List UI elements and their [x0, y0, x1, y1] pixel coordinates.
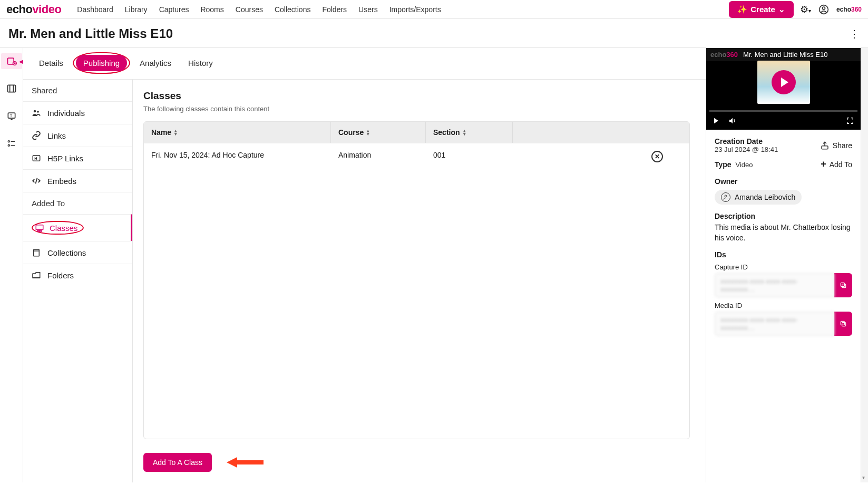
- main-column: Details Publishing Analytics History Sha…: [23, 48, 706, 482]
- svg-point-15: [37, 111, 39, 113]
- chevron-down-icon: ⌄: [778, 5, 785, 14]
- video-logo-360: 360: [726, 51, 738, 59]
- svg-point-20: [37, 230, 38, 231]
- annotation-ellipse-classes: Classes: [32, 221, 84, 235]
- top-nav: Dashboard Library Captures Rooms Courses…: [77, 5, 729, 14]
- table-row: Fri. Nov 15, 2024: Ad Hoc Capture Animat…: [144, 143, 689, 170]
- video-player[interactable]: echo360 Mr. Men and Little Miss E10: [706, 48, 861, 130]
- owner-chip[interactable]: Amanda Leibovich: [715, 190, 802, 205]
- svg-point-22: [41, 230, 42, 231]
- svg-text:T: T: [9, 113, 12, 118]
- owner-name: Amanda Leibovich: [735, 193, 795, 201]
- tabs: Details Publishing Analytics History: [23, 48, 706, 80]
- sort-icon: ▴▾: [367, 129, 369, 135]
- copy-capture-id-button[interactable]: [834, 273, 852, 297]
- nav-rooms[interactable]: Rooms: [200, 5, 223, 14]
- nav-collections[interactable]: Collections: [275, 5, 310, 14]
- gear-icon[interactable]: ⚙▾: [800, 4, 811, 15]
- sidemenu-folders[interactable]: Folders: [23, 264, 132, 286]
- sidemenu-h5p[interactable]: H H5P Links: [23, 147, 132, 169]
- svg-point-10: [8, 141, 9, 142]
- sidemenu-collections[interactable]: Collections: [23, 241, 132, 264]
- tab-details[interactable]: Details: [32, 55, 71, 71]
- col-label: Course: [338, 128, 364, 137]
- nav-folders[interactable]: Folders: [322, 5, 347, 14]
- rail-film-icon[interactable]: [1, 81, 22, 96]
- creation-date-label: Creation Date: [715, 137, 778, 146]
- h5p-icon: H: [32, 153, 41, 163]
- right-panel: echo360 Mr. Men and Little Miss E10 Crea…: [706, 48, 861, 482]
- col-name[interactable]: Name▴▾: [144, 122, 331, 143]
- media-id-label: Media ID: [715, 302, 852, 309]
- video-header: echo360 Mr. Men and Little Miss E10: [706, 48, 861, 61]
- sidemenu-label: Classes: [50, 224, 77, 233]
- media-id-field: xxxxxxxx-xxxx-xxxx-xxxx-xxxxxxxx…: [715, 312, 852, 336]
- add-to-class-button[interactable]: Add To A Class: [143, 453, 212, 472]
- nav-courses[interactable]: Courses: [236, 5, 263, 14]
- svg-point-12: [8, 144, 9, 146]
- svg-marker-26: [227, 457, 237, 468]
- video-logo: echo360: [710, 51, 738, 59]
- rail-transcript-icon[interactable]: T: [1, 108, 22, 124]
- topbar: echovideo Dashboard Library Captures Roo…: [0, 0, 868, 19]
- sidemenu-classes[interactable]: Classes: [23, 214, 132, 241]
- logo[interactable]: echovideo: [6, 3, 61, 16]
- nav-users[interactable]: Users: [358, 5, 378, 14]
- col-section[interactable]: Section▴▾: [426, 122, 513, 143]
- volume-icon[interactable]: [728, 117, 737, 125]
- rail-details-icon[interactable]: [1, 135, 22, 151]
- nav-dashboard[interactable]: Dashboard: [77, 5, 113, 14]
- content-row: ◀ T Details Publishing Analytics History…: [0, 48, 868, 482]
- video-title: Mr. Men and Little Miss E10: [743, 51, 827, 59]
- capture-id-value[interactable]: xxxxxxxx-xxxx-xxxx-xxxx-xxxxxxxx…: [715, 273, 834, 297]
- share-button[interactable]: Share: [820, 141, 852, 150]
- rail-media-icon[interactable]: ◀: [1, 53, 22, 69]
- remove-button[interactable]: ✕: [651, 151, 663, 162]
- sidemenu-embeds[interactable]: Embeds: [23, 169, 132, 192]
- collections-icon: [32, 248, 41, 257]
- fullscreen-icon[interactable]: [846, 117, 854, 125]
- create-button[interactable]: ✨ Create ⌄: [729, 1, 794, 18]
- wand-icon: ✨: [737, 5, 747, 14]
- ids-label: IDs: [715, 250, 852, 259]
- svg-rect-34: [841, 322, 844, 325]
- description-text: This media is about Mr. Chatterbox losin…: [715, 222, 852, 243]
- topbar-right: ⚙▾ echo360: [800, 4, 862, 15]
- add-to-button[interactable]: + Add To: [821, 159, 852, 170]
- svg-rect-29: [822, 146, 828, 149]
- creation-date-value: 23 Jul 2024 @ 18:41: [715, 146, 778, 153]
- nav-library[interactable]: Library: [125, 5, 148, 14]
- scrollbar[interactable]: [861, 48, 868, 482]
- brand-mini: echo360: [836, 6, 862, 13]
- description-label: Description: [715, 212, 852, 220]
- copy-media-id-button[interactable]: [834, 312, 852, 336]
- play-icon[interactable]: [772, 70, 796, 94]
- svg-marker-27: [714, 118, 718, 124]
- classes-heading: Classes: [143, 90, 690, 102]
- tab-analytics[interactable]: Analytics: [132, 55, 179, 71]
- col-label: Name: [151, 128, 171, 137]
- capture-id-field: xxxxxxxx-xxxx-xxxx-xxxx-xxxxxxxx…: [715, 273, 852, 297]
- sidemenu-label: Individuals: [47, 109, 85, 118]
- sidemenu-label: Links: [47, 131, 66, 140]
- tab-publishing[interactable]: Publishing: [76, 55, 127, 71]
- add-to-label: Add To: [830, 160, 852, 169]
- sidemenu-links[interactable]: Links: [23, 124, 132, 147]
- svg-rect-33: [842, 323, 846, 326]
- play-button-icon[interactable]: [713, 117, 720, 124]
- svg-point-14: [34, 110, 36, 113]
- nav-captures[interactable]: Captures: [159, 5, 189, 14]
- media-id-value[interactable]: xxxxxxxx-xxxx-xxxx-xxxx-xxxxxxxx…: [715, 312, 834, 336]
- classes-table: Name▴▾ Course▴▾ Section▴▾ Fri. Nov 15, 2…: [143, 121, 690, 439]
- tab-history[interactable]: History: [181, 55, 220, 71]
- logo-echo: echo: [6, 3, 32, 16]
- owner-avatar-icon: [721, 192, 730, 202]
- cell-course: Animation: [331, 143, 426, 170]
- account-icon[interactable]: [818, 4, 829, 15]
- col-course[interactable]: Course▴▾: [331, 122, 426, 143]
- sort-icon: ▴▾: [463, 129, 466, 135]
- sidemenu-individuals[interactable]: Individuals: [23, 101, 132, 124]
- nav-imports[interactable]: Imports/Exports: [389, 5, 441, 14]
- more-icon[interactable]: ⋮: [849, 27, 860, 40]
- sidemenu-label: Collections: [47, 248, 86, 257]
